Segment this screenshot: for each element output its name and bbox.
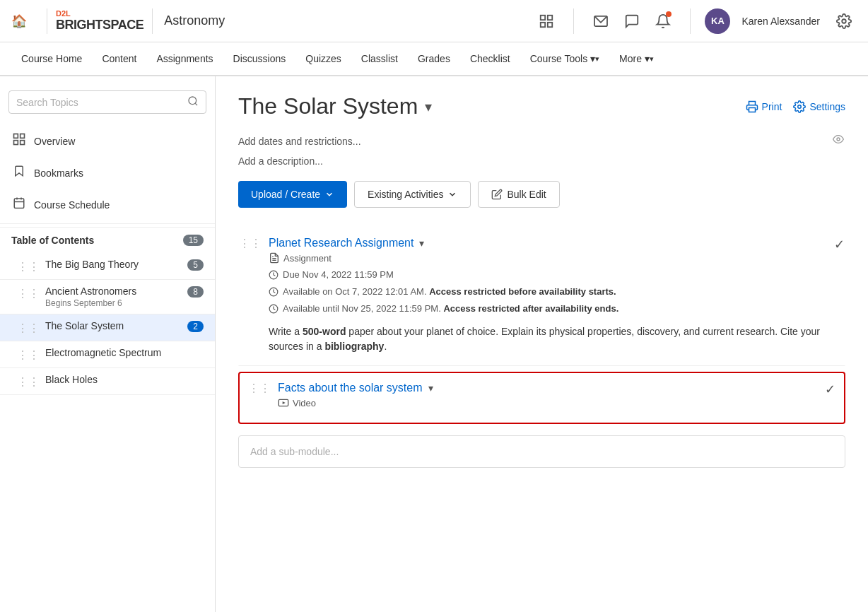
content-area: The Solar System ▾ Print Settings	[216, 76, 868, 612]
activity-chevron-icon[interactable]: ▾	[428, 382, 433, 394]
toc-item-badge: 5	[182, 259, 204, 270]
activity-item-facts-solar-system: ⋮⋮ Facts about the solar system ▾ Video	[238, 372, 845, 424]
drag-handle-icon[interactable]: ⋮⋮	[248, 382, 271, 395]
header-right: KA Karen Alexsander	[534, 8, 857, 34]
svg-rect-3	[548, 22, 552, 26]
svg-point-5	[842, 19, 846, 23]
svg-rect-12	[14, 199, 24, 208]
toc-header[interactable]: Table of Contents 15	[0, 227, 215, 253]
sidebar: Overview Bookmarks Course Schedule Ta	[0, 76, 216, 612]
print-label: Print	[762, 101, 782, 112]
activity-item-planet-research: ⋮⋮ Planet Research Assignment ▾	[238, 225, 845, 366]
svg-rect-16	[749, 107, 755, 112]
activity-title-row: Facts about the solar system ▾	[278, 382, 825, 394]
search-icon	[187, 95, 199, 109]
nav-discussions[interactable]: Discussions	[223, 42, 296, 76]
settings-icon-button[interactable]	[831, 8, 857, 34]
activity-due-date: Due Nov 4, 2022 11:59 PM	[283, 269, 394, 280]
nav-course-home[interactable]: Course Home	[11, 42, 92, 76]
activity-meta-due: Due Nov 4, 2022 11:59 PM	[269, 269, 834, 282]
svg-rect-11	[20, 141, 25, 145]
home-icon[interactable]: 🏠	[11, 13, 27, 29]
upload-create-label: Upload / Create	[251, 189, 320, 200]
existing-activities-button[interactable]: Existing Activities	[354, 181, 471, 208]
chat-icon-button[interactable]	[619, 8, 645, 34]
activity-chevron-icon[interactable]: ▾	[419, 237, 424, 249]
activity-link-planet-research[interactable]: Planet Research Assignment	[269, 237, 414, 249]
header-divider-3	[573, 8, 574, 34]
nav-checklist[interactable]: Checklist	[460, 42, 520, 76]
nav-quizzes[interactable]: Quizzes	[295, 42, 351, 76]
toc-item-black-holes[interactable]: ⋮⋮ Black Holes	[0, 368, 215, 395]
upload-create-button[interactable]: Upload / Create	[238, 181, 347, 208]
svg-marker-25	[283, 401, 286, 404]
sidebar-item-bookmarks[interactable]: Bookmarks	[0, 157, 215, 189]
activity-check-icon[interactable]: ✓	[834, 237, 845, 252]
content-title-text: The Solar System	[238, 93, 418, 119]
course-schedule-label: Course Schedule	[34, 199, 110, 211]
svg-rect-2	[541, 22, 545, 26]
bell-icon-button[interactable]	[650, 8, 676, 34]
svg-rect-8	[14, 134, 18, 139]
add-submodule[interactable]: Add a sub-module...	[238, 435, 845, 468]
sidebar-item-course-schedule[interactable]: Course Schedule	[0, 189, 215, 220]
toc-item-title: The Solar System	[45, 320, 182, 331]
grid-icon-button[interactable]	[534, 8, 559, 34]
svg-point-17	[798, 105, 802, 108]
settings-button[interactable]: Settings	[793, 100, 845, 113]
overview-icon	[11, 132, 27, 150]
nav-more[interactable]: More ▾	[609, 42, 664, 76]
overview-label: Overview	[34, 136, 75, 147]
activity-header: ⋮⋮ Planet Research Assignment ▾	[239, 237, 845, 354]
activity-header: ⋮⋮ Facts about the solar system ▾ Video	[248, 382, 835, 414]
content-title-row: The Solar System ▾ Print Settings	[238, 93, 845, 119]
add-dates-row[interactable]: Add dates and restrictions...	[238, 134, 845, 148]
search-input[interactable]	[16, 97, 187, 108]
action-buttons: Upload / Create Existing Activities Bulk…	[238, 181, 845, 208]
add-description[interactable]: Add a description...	[238, 155, 845, 167]
bulk-edit-button[interactable]: Bulk Edit	[478, 181, 559, 208]
drag-handle-icon: ⋮⋮	[17, 374, 40, 389]
activity-check-icon[interactable]: ✓	[825, 382, 835, 397]
drag-handle-icon[interactable]: ⋮⋮	[239, 237, 262, 250]
activity-meta-available: Available on Oct 7, 2022 12:01 AM. Acces…	[269, 286, 834, 299]
nav-assignments[interactable]: Assignments	[146, 42, 223, 76]
search-box[interactable]	[8, 90, 206, 114]
activity-link-facts-solar[interactable]: Facts about the solar system	[278, 382, 423, 394]
nav-course-tools[interactable]: Course Tools ▾	[520, 42, 609, 76]
toc-item-badge: 8	[182, 286, 204, 297]
course-title: Astronomy	[164, 13, 225, 28]
avatar: KA	[705, 8, 730, 34]
content-title-chevron-icon[interactable]: ▾	[425, 98, 432, 115]
clock-icon	[269, 287, 278, 299]
nav-classlist[interactable]: Classlist	[351, 42, 408, 76]
toc-item-big-bang[interactable]: ⋮⋮ The Big Bang Theory 5	[0, 253, 215, 280]
toc-item-title: The Big Bang Theory	[45, 259, 182, 270]
drag-handle-icon: ⋮⋮	[17, 259, 40, 273]
print-button[interactable]: Print	[746, 100, 782, 113]
add-dates-text: Add dates and restrictions...	[238, 136, 361, 147]
svg-point-6	[189, 97, 197, 105]
drag-handle-icon: ⋮⋮	[17, 347, 40, 362]
main-layout: Overview Bookmarks Course Schedule Ta	[0, 76, 868, 612]
mail-icon-button[interactable]	[588, 8, 614, 34]
content-title: The Solar System ▾	[238, 93, 432, 119]
toc-item-ancient-astronomers[interactable]: ⋮⋮ Ancient Astronomers Begins September …	[0, 280, 215, 314]
nav-grades[interactable]: Grades	[408, 42, 460, 76]
svg-rect-1	[548, 15, 552, 19]
toc-item-title: Electromagnetic Spectrum	[45, 347, 204, 358]
toc-item-em-spectrum[interactable]: ⋮⋮ Electromagnetic Spectrum	[0, 341, 215, 368]
toc-count-badge: 15	[183, 235, 204, 246]
toc-item-solar-system[interactable]: ⋮⋮ The Solar System 2	[0, 314, 215, 341]
activity-title-area: Facts about the solar system ▾ Video	[278, 382, 825, 414]
toc-item-content: Ancient Astronomers Begins September 6	[45, 286, 182, 308]
nav-content[interactable]: Content	[92, 42, 146, 76]
svg-rect-9	[20, 134, 25, 139]
sidebar-item-overview[interactable]: Overview	[0, 125, 215, 157]
svg-line-7	[195, 103, 197, 105]
existing-activities-label: Existing Activities	[368, 189, 443, 200]
add-description-text: Add a description...	[238, 155, 323, 167]
bookmarks-label: Bookmarks	[34, 167, 83, 179]
drag-handle-icon: ⋮⋮	[17, 286, 40, 300]
bulk-edit-label: Bulk Edit	[507, 189, 546, 200]
